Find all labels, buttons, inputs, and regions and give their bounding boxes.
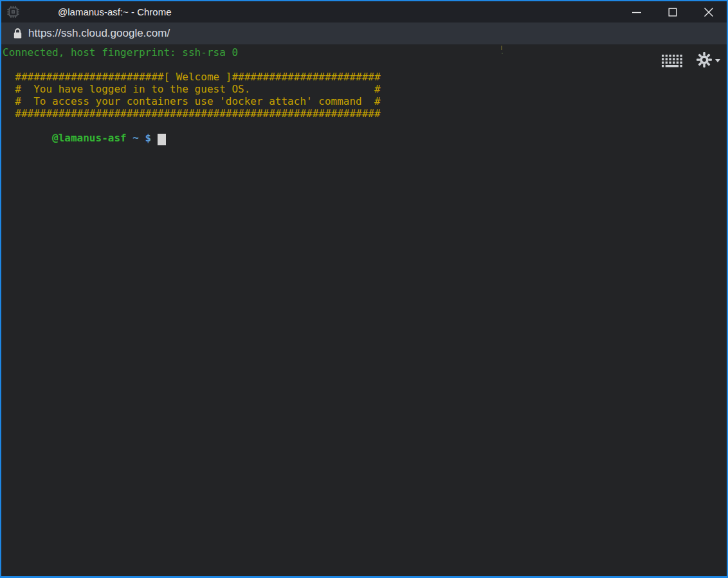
maximize-button[interactable]: [655, 1, 691, 23]
terminal-text-segment: [151, 132, 158, 144]
terminal-text-segment: @lamanus-asf: [52, 132, 127, 144]
terminal-text-segment: [127, 132, 133, 144]
terminal-line: @lamanus-asf ~ $: [3, 132, 166, 144]
terminal-line: # You have logged in to the guest OS. #: [3, 83, 381, 95]
browser-app-window: @lamanus-asf:~ - Chrome: [0, 0, 728, 578]
terminal-line: # To access your containers use 'docker …: [3, 95, 381, 107]
chevron-down-icon[interactable]: [715, 59, 720, 62]
lock-icon[interactable]: [13, 28, 23, 42]
window-controls: [619, 1, 727, 23]
address-bar: https://ssh.cloud.google.com/: [1, 23, 727, 44]
titlebar[interactable]: @lamanus-asf:~ - Chrome: [1, 1, 727, 23]
terminal-cursor: [158, 134, 166, 145]
terminal-text-segment: # To access your containers use 'docker …: [3, 95, 381, 107]
terminal-line: ########################################…: [3, 107, 381, 120]
terminal-text-segment: # You have logged in to the guest OS. #: [3, 83, 381, 95]
terminal: Connected, host fingerprint: ssh-rsa 0 #…: [1, 44, 727, 576]
terminal-output[interactable]: Connected, host fingerprint: ssh-rsa 0 #…: [1, 44, 727, 144]
terminal-text-segment: ########################[ Welcome ]#####…: [3, 71, 381, 83]
window-title: @lamanus-asf:~ - Chrome: [58, 1, 172, 23]
url-text: https://ssh.cloud.google.com/: [28, 23, 170, 44]
minimize-button[interactable]: [619, 1, 655, 23]
chip-icon: [6, 5, 20, 19]
terminal-text-segment: ########################################…: [3, 107, 381, 120]
settings-gear-icon[interactable]: [696, 51, 713, 68]
close-button[interactable]: [691, 1, 727, 23]
terminal-text-segment: [3, 132, 52, 144]
terminal-line: Connected, host fingerprint: ssh-rsa 0: [3, 46, 238, 59]
render-artifact: [502, 53, 503, 54]
terminal-text-segment: Connected, host fingerprint: ssh-rsa 0: [3, 46, 238, 59]
render-artifact: [501, 46, 502, 50]
terminal-text-segment: [139, 132, 145, 144]
terminal-text-segment: $: [145, 132, 152, 144]
terminal-line: ########################[ Welcome ]#####…: [3, 71, 381, 83]
terminal-toolbar: [662, 51, 720, 68]
terminal-text-segment: ~: [132, 132, 139, 144]
keyboard-icon[interactable]: [662, 55, 682, 68]
